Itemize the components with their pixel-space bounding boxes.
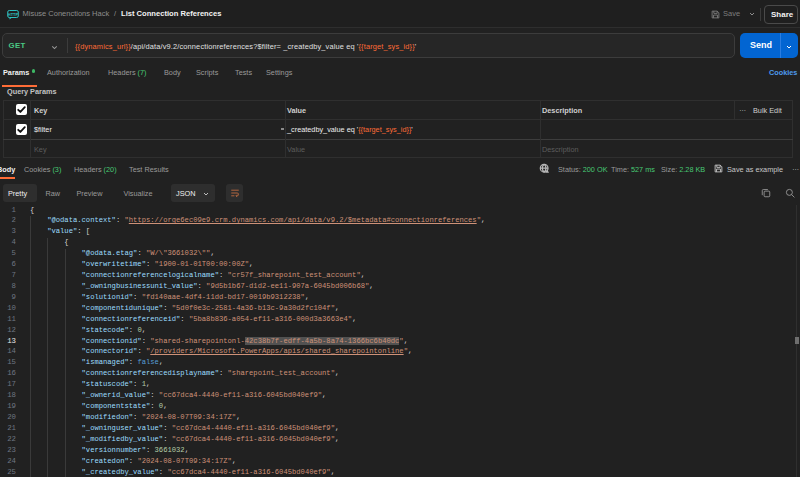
svg-text:HTTP: HTTP: [8, 11, 19, 16]
